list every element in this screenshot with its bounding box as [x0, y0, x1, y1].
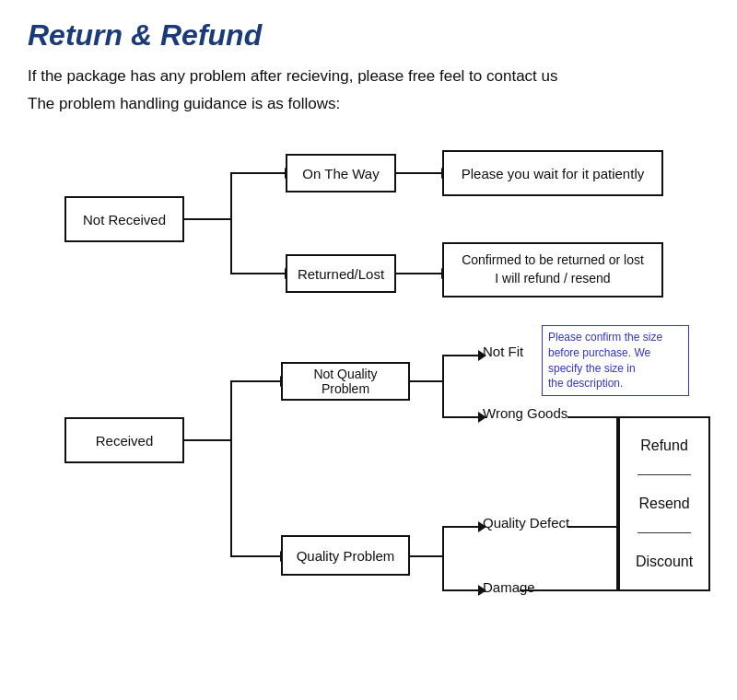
not-quality-box: Not Quality Problem: [281, 362, 410, 401]
line-wg-options: [567, 416, 617, 418]
damage-label: Damage: [483, 579, 535, 595]
vline-qp: [442, 526, 444, 590]
returned-lost-box: Returned/Lost: [286, 254, 396, 293]
on-the-way-box: On The Way: [286, 154, 396, 192]
not-received-box: Not Received: [64, 196, 184, 242]
vline-nqp: [442, 355, 444, 417]
blue-note-box: Please confirm the size before purchase.…: [542, 325, 689, 396]
resend-discount-divider: [638, 532, 691, 533]
line-to-wg: [442, 416, 479, 418]
quality-defect-label: Quality Defect: [483, 515, 569, 531]
line-nqp-branch: [410, 380, 442, 382]
vline-r: [230, 380, 232, 555]
subtitle-text: If the package has any problem after rec…: [28, 67, 709, 86]
vline-nr: [230, 172, 232, 274]
resend-option: Resend: [638, 492, 689, 516]
line-dmg-options: [520, 589, 617, 591]
line-to-qp: [230, 555, 281, 557]
options-box: Refund Resend Discount: [618, 416, 710, 591]
please-wait-box: Please you wait for it patiently: [442, 150, 663, 196]
line-otw-wait: [396, 172, 442, 174]
flowchart: Not Received On The Way Please you wait …: [37, 141, 728, 611]
line-to-rl: [230, 273, 286, 274]
line-qd-options: [567, 526, 617, 528]
line-to-notfit: [442, 355, 479, 356]
refund-option: Refund: [640, 434, 688, 458]
wrong-goods-label: Wrong Goods: [483, 405, 567, 421]
guidance-text: The problem handling guidance is as foll…: [28, 95, 709, 113]
line-r-branch: [184, 439, 230, 441]
line-to-damage: [442, 589, 479, 591]
refund-resend-divider: [638, 474, 691, 475]
line-to-qd: [442, 526, 479, 528]
line-to-nqp: [230, 380, 281, 382]
line-qp-branch: [410, 555, 442, 557]
received-box: Received: [64, 417, 184, 463]
page-title: Return & Refund: [28, 18, 709, 52]
line-rl-conf: [396, 273, 442, 274]
line-nr-branch: [184, 218, 230, 220]
confirmed-box: Confirmed to be returned or lost I will …: [442, 242, 663, 298]
line-to-otw: [230, 172, 286, 174]
not-fit-label: Not Fit: [483, 344, 523, 359]
discount-option: Discount: [636, 550, 693, 574]
quality-problem-box: Quality Problem: [281, 535, 410, 576]
